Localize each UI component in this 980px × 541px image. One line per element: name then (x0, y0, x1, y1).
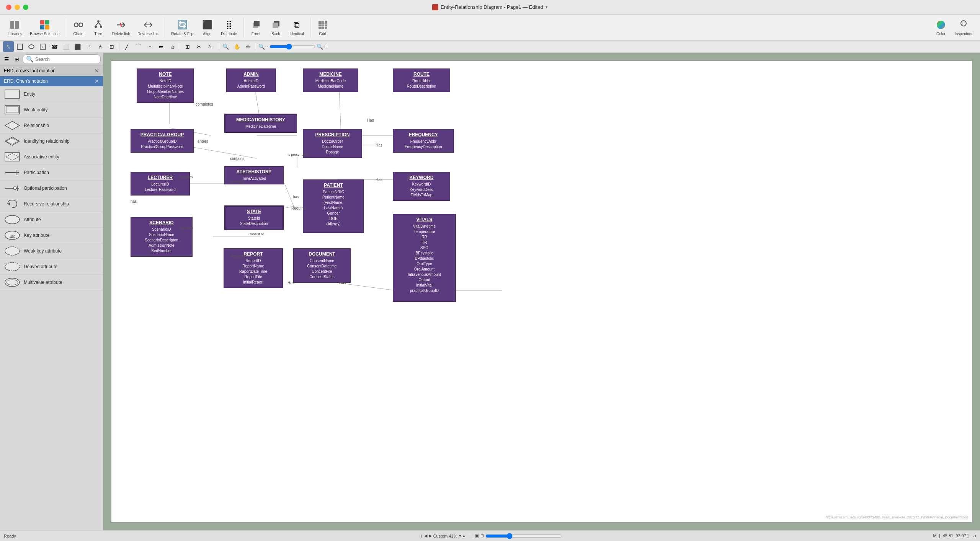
canvas-area[interactable]: NOTE NoteIDMultidisciplinaryNoteGropuMem… (103, 53, 980, 530)
entity-frequency[interactable]: FREQUENCY FrequencyAbbrFrequencyDescript… (393, 129, 454, 153)
curve-tool[interactable]: ⌒ (133, 41, 144, 52)
label-requires: Requires (291, 206, 307, 210)
toolbar-color[interactable]: Color (932, 17, 950, 37)
sidebar-item-key-attribute[interactable]: key Key attribute (0, 228, 103, 243)
hand-tool[interactable]: ✋ (232, 41, 242, 52)
zoom-slider[interactable] (270, 44, 315, 50)
minimize-button[interactable] (15, 5, 20, 10)
toolbar-rotate-flip[interactable]: 🔄 Rotate & Flip (168, 17, 196, 37)
sidebar-item-recursive-rel[interactable]: Recursive relationship (0, 196, 103, 212)
svg-point-59 (5, 278, 20, 287)
sidebar-item-derived-attribute[interactable]: Derived attribute (0, 259, 103, 275)
search-input[interactable] (35, 57, 97, 62)
sidebar-item-identifying-rel[interactable]: Identifying relationship (0, 134, 103, 149)
sidebar-item-attribute[interactable]: Attribute (0, 212, 103, 228)
zoom-stepper-up[interactable]: ▴ (463, 533, 465, 538)
toolbar-reverse-link[interactable]: Reverse link (134, 17, 162, 37)
chevron-down-icon[interactable]: ▾ (546, 5, 548, 10)
scissor-tool[interactable]: ✂ (194, 41, 204, 52)
toolbar-distribute[interactable]: ⣿ Distribute (218, 17, 240, 37)
library-chen-header[interactable]: ERD, Chen's notation ✕ (0, 76, 103, 86)
toolbar-libraries[interactable]: Libraries (5, 17, 25, 37)
entity-route[interactable]: ROUTE RouteAbbrRouteDescription (393, 68, 450, 92)
toolbar-identical[interactable]: ⧉ Identical (286, 17, 307, 37)
fit-page-icon[interactable]: ⬜ (468, 533, 474, 538)
entity-scenario[interactable]: SCENARIO ScenarioIDScenarioNameScenarioD… (131, 217, 193, 257)
zoom-plus[interactable]: 🔍+ (316, 41, 327, 52)
toolbar-back[interactable]: Back (266, 17, 285, 37)
sidebar-item-optional-participation[interactable]: Optional participation (0, 181, 103, 196)
sidebar-search-box[interactable]: 🔍 (23, 54, 101, 64)
entity-note[interactable]: NOTE NoteIDMultidisciplinaryNoteGropuMem… (137, 68, 194, 103)
label-handles1: handles (180, 175, 193, 179)
multivalue-attribute-preview (5, 277, 20, 288)
toolbar-inspectors[interactable]: i Inspectors (952, 17, 975, 37)
toolbar-front[interactable]: Front (247, 17, 265, 37)
rect-tool[interactable] (15, 41, 25, 52)
maximize-button[interactable] (23, 5, 28, 10)
fork-tool[interactable]: ⑂ (83, 41, 94, 52)
crowfoot-close-icon[interactable]: ✕ (95, 68, 99, 74)
sidebar-item-weak-key-attribute[interactable]: Weak key attribute (0, 243, 103, 259)
entity-medicine[interactable]: MEDICINE MedicineBarCodeMedicineName (303, 68, 358, 92)
tool-cut[interactable]: ✁ (205, 41, 216, 52)
crop-tool[interactable]: ⊞ (182, 41, 193, 52)
weak-entity-preview (5, 104, 20, 115)
arc-tool[interactable]: ⌢ (144, 41, 155, 52)
sidebar-grid-view[interactable]: ⊞ (13, 55, 21, 64)
chain-label: Chain (74, 32, 83, 36)
label-contains: contains (230, 156, 244, 161)
pause-icon[interactable]: ⏸ (418, 534, 423, 538)
sidebar-item-participation[interactable]: Participation (0, 165, 103, 181)
ellipse-tool[interactable] (26, 41, 37, 52)
close-button[interactable] (6, 5, 11, 10)
zoom-minus[interactable]: 🔍− (258, 41, 269, 52)
sidebar-list-view[interactable]: ☰ (2, 55, 11, 64)
process-tool[interactable]: ⬜ (60, 41, 71, 52)
diagram-canvas[interactable]: NOTE NoteIDMultidisciplinaryNoteGropuMem… (111, 60, 972, 523)
fit-page-icon2[interactable]: ▣ (475, 533, 479, 538)
entity-state[interactable]: STATE StateIdStateDescription (224, 205, 284, 230)
svg-rect-0 (10, 21, 14, 29)
entity-vitals[interactable]: VITALS VitalDatetimeTemperatureRRHRSPOBP… (393, 214, 456, 302)
chen-close-icon[interactable]: ✕ (95, 78, 99, 84)
connector-tool[interactable]: ⇌ (156, 41, 167, 52)
phone-tool[interactable]: ☎ (49, 41, 60, 52)
toolbar-grid[interactable]: Grid (314, 17, 332, 37)
text-tool[interactable]: T (38, 41, 48, 52)
prev-page-icon[interactable]: ◀ (424, 533, 427, 538)
toolbar-browse[interactable]: Browse Solutions (27, 17, 62, 37)
entity-admin[interactable]: ADMIN AdminIDAdminPassword (226, 68, 276, 92)
zoom-out-tool[interactable]: 🔍 (220, 41, 231, 52)
toolbar-align[interactable]: ⬛ Align (198, 17, 216, 37)
scroll-bar[interactable] (485, 534, 562, 538)
toolbar-tree[interactable]: Tree (89, 17, 108, 37)
svg-rect-26 (273, 23, 278, 28)
subprocess-tool[interactable]: ⬛ (72, 41, 83, 52)
entity-patient[interactable]: PATIENT PatientNRICPatientName(FirstName… (303, 179, 364, 233)
tool-9[interactable]: ⊡ (106, 41, 117, 52)
entity-keyword[interactable]: KEYWORD KeywordIDKeywordDescFieldsToMap (393, 172, 450, 201)
select-tool[interactable]: ↖ (3, 41, 14, 52)
bracket-tool[interactable]: ⌂ (167, 41, 178, 52)
sidebar-item-relationship[interactable]: Relationship (0, 118, 103, 134)
sidebar-item-entity[interactable]: Entity (0, 86, 103, 102)
fit-page-icon3[interactable]: ⊟ (480, 533, 484, 538)
zoom-label[interactable]: Custom 41% (433, 534, 457, 538)
sidebar-item-assoc-entity[interactable]: Associative entity (0, 149, 103, 165)
entity-prescription[interactable]: PRESCRIPTION DoctorOrderDoctorNameDosage (303, 129, 362, 158)
toolbar-chain[interactable]: Chain (69, 17, 88, 37)
next-page-icon[interactable]: ▶ (429, 533, 432, 538)
pencil-tool[interactable]: ✏ (243, 41, 254, 52)
join-tool[interactable]: ⑃ (95, 41, 106, 52)
sidebar-item-multivalue-attribute[interactable]: Multivalue attribute (0, 275, 103, 290)
zoom-stepper-down[interactable]: ▾ (459, 533, 461, 538)
library-chen: ERD, Chen's notation ✕ Entity Weak entit… (0, 76, 103, 290)
entity-document[interactable]: DOCUMENT ConsentNameConsentDatetimeConce… (293, 248, 351, 283)
sidebar-item-weak-entity[interactable]: Weak entity (0, 102, 103, 118)
line-tool[interactable]: ╱ (121, 41, 132, 52)
toolbar-delete-link[interactable]: Delete link (109, 17, 133, 37)
library-crowfoot-header[interactable]: ERD, crow's foot notation ✕ (0, 66, 103, 76)
entity-medicationhistory[interactable]: MEDICATIONHISTORY MedicineDatetime (224, 114, 297, 133)
entity-practicalgroup[interactable]: PRACTICALGROUP PracticalGroupIDPractical… (131, 129, 194, 153)
